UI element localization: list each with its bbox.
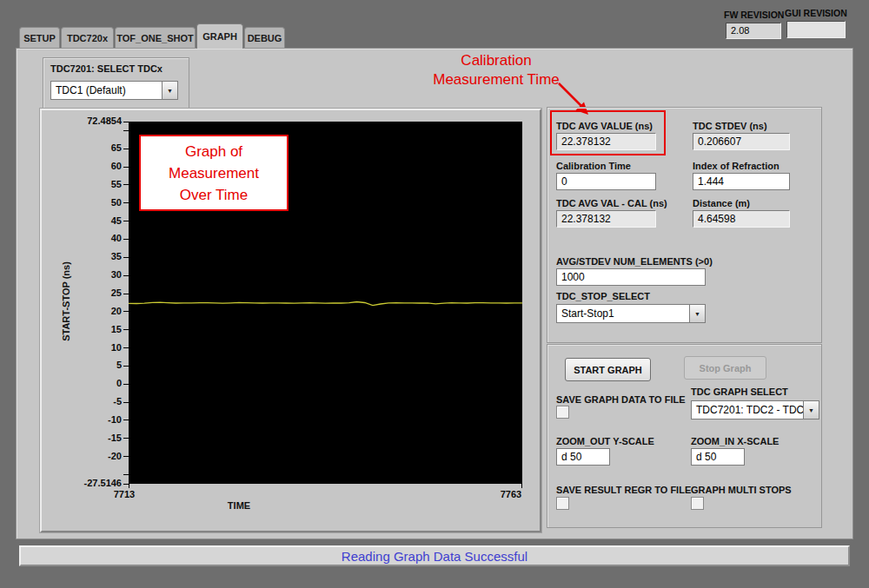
x-tick-label-max: 7763 xyxy=(492,489,530,499)
y-tick-label: -20 xyxy=(66,451,122,461)
y-tick-label: 30 xyxy=(66,269,122,280)
tdc-avg-label: TDC AVG VALUE (ns) xyxy=(556,121,653,131)
y-tick xyxy=(123,366,129,367)
tdc-avg-field: 22.378132 xyxy=(556,133,656,150)
stop-select-dropdown[interactable]: Start-Stop1 ▼ xyxy=(556,304,706,323)
y-tick-label: -27.5146 xyxy=(66,478,122,488)
tdc-avg-cal-field: 22.378132 xyxy=(556,210,656,228)
tab-debug[interactable]: DEBUG xyxy=(244,27,285,48)
x-axis-title: TIME xyxy=(200,500,278,511)
chart-line-series xyxy=(129,302,522,306)
save-result-label: SAVE RESULT REGR TO FILE xyxy=(556,485,691,495)
y-tick xyxy=(123,275,129,276)
multi-stops-label: GRAPH MULTI STOPS xyxy=(691,485,792,495)
zoom-out-input[interactable]: d 50 xyxy=(556,448,610,466)
y-tick xyxy=(123,456,129,457)
stop-graph-button[interactable]: Stop Graph xyxy=(684,356,766,380)
y-tick-label: -15 xyxy=(66,433,122,443)
y-tick xyxy=(123,384,129,385)
tdc-stdev-label: TDC STDEV (ns) xyxy=(693,121,767,131)
chevron-down-icon[interactable]: ▼ xyxy=(689,305,705,322)
y-tick-label: 40 xyxy=(66,233,122,243)
y-tick xyxy=(123,484,129,485)
tab-graph[interactable]: GRAPH xyxy=(196,23,243,49)
gui-revision-label: GUI REVISION xyxy=(785,8,847,18)
graph-select-value: TDC7201: TDC2 - TDC1 xyxy=(692,404,803,416)
y-tick-label: 20 xyxy=(66,306,122,316)
y-tick xyxy=(123,167,129,168)
y-tick xyxy=(123,221,129,221)
y-tick xyxy=(123,474,129,475)
y-tick xyxy=(123,329,129,330)
graph-annotation-line3: Over Time xyxy=(180,184,248,206)
y-tick-label: 72.4854 xyxy=(66,116,122,126)
y-tick-label: 10 xyxy=(66,342,122,353)
x-tick-max xyxy=(521,484,522,488)
graph-tab-page: TDC7201: SELECT TDCx TDC1 (Default) ▼ Ca… xyxy=(16,48,853,539)
tdc-select-dropdown[interactable]: TDC1 (Default) ▼ xyxy=(50,81,178,100)
y-tick xyxy=(123,184,129,185)
status-bar: Reading Graph Data Successful xyxy=(19,545,850,566)
y-tick xyxy=(123,130,129,131)
y-tick-label: -10 xyxy=(66,414,122,425)
fw-revision-label: FW REVISION xyxy=(724,10,784,20)
graph-annotation-line1: Graph of xyxy=(185,141,242,162)
measurement-group: TDC AVG VALUE (ns) 22.378132 TDC STDEV (… xyxy=(547,107,822,343)
stop-select-value: Start-Stop1 xyxy=(557,307,689,320)
y-tick-label: 55 xyxy=(66,179,122,189)
tab-tof-one-shot[interactable]: TOF_ONE_SHOT xyxy=(115,27,196,48)
distance-label: Distance (m) xyxy=(693,198,750,208)
graph-select-label: TDC GRAPH SELECT xyxy=(691,386,788,397)
y-tick-label: 25 xyxy=(66,287,122,298)
tdc-select-group: TDC7201: SELECT TDCx TDC1 (Default) ▼ xyxy=(43,57,189,109)
chevron-down-icon[interactable]: ▼ xyxy=(803,401,819,419)
index-of-refraction-label: Index of Refraction xyxy=(693,161,779,171)
graph-annotation-line2: Measurement xyxy=(169,162,259,184)
y-tick-label: 45 xyxy=(66,215,122,226)
gui-revision-field xyxy=(786,21,846,38)
save-result-checkbox[interactable] xyxy=(556,497,569,510)
y-tick xyxy=(123,202,129,203)
index-of-refraction-input[interactable]: 1.444 xyxy=(693,173,790,190)
fw-revision-field: 2.08 xyxy=(726,23,781,39)
save-graph-checkbox[interactable] xyxy=(556,406,569,419)
y-tick-label: -5 xyxy=(66,396,122,406)
y-tick xyxy=(123,438,129,439)
x-tick-min xyxy=(129,484,129,488)
y-tick-label: 60 xyxy=(66,161,122,171)
y-tick xyxy=(123,420,129,420)
tdc-select-value: TDC1 (Default) xyxy=(51,84,162,96)
zoom-in-input[interactable]: d 50 xyxy=(691,448,745,466)
chevron-down-icon[interactable]: ▼ xyxy=(162,82,177,99)
tab-setup[interactable]: SETUP xyxy=(19,27,60,48)
y-tick xyxy=(123,239,129,240)
control-group: START GRAPH Stop Graph SAVE GRAPH DATA T… xyxy=(547,344,822,528)
y-tick xyxy=(123,294,129,294)
graph-select-dropdown[interactable]: TDC7201: TDC2 - TDC1 ▼ xyxy=(691,400,819,420)
calibration-time-label: Calibration Time xyxy=(556,161,631,171)
y-tick xyxy=(123,122,129,122)
y-tick-label: 35 xyxy=(66,251,122,261)
y-tick-label: 0 xyxy=(66,378,122,388)
zoom-in-label: ZOOM_IN X-SCALE xyxy=(691,436,779,446)
y-tick-label: 50 xyxy=(66,197,122,208)
tdc-select-label: TDC7201: SELECT TDCx xyxy=(50,63,163,74)
multi-stops-checkbox[interactable] xyxy=(691,497,704,510)
zoom-out-label: ZOOM_OUT Y-SCALE xyxy=(556,436,654,446)
num-elements-label: AVG/STDEV NUM_ELEMENTS (>0) xyxy=(556,256,713,267)
tdc-stdev-field: 0.206607 xyxy=(693,133,790,150)
num-elements-input[interactable]: 1000 xyxy=(556,268,706,286)
distance-field: 4.64598 xyxy=(693,210,790,228)
y-tick xyxy=(123,347,129,348)
start-graph-button[interactable]: START GRAPH xyxy=(565,358,651,381)
calibration-annotation-line1: Calibration xyxy=(357,51,635,70)
calibration-time-input[interactable]: 0 xyxy=(556,173,656,190)
y-tick xyxy=(123,257,129,258)
save-graph-label: SAVE GRAPH DATA TO FILE xyxy=(556,394,686,405)
tab-tdc720x[interactable]: TDC720x xyxy=(61,27,114,48)
y-tick xyxy=(123,149,129,149)
y-tick xyxy=(123,311,129,312)
tdc-avg-cal-label: TDC AVG VAL - CAL (ns) xyxy=(556,198,667,208)
y-tick-label: 15 xyxy=(66,324,122,334)
y-tick-label: 5 xyxy=(66,360,122,370)
